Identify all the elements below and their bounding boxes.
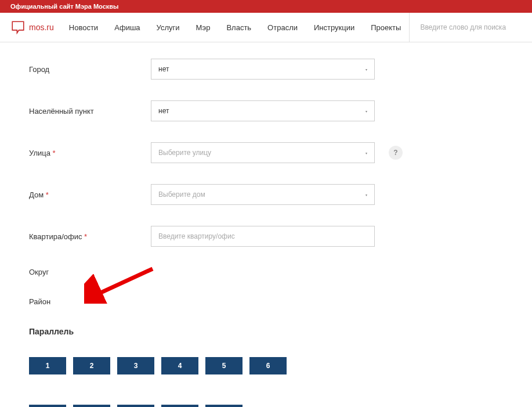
- parallel-btn-5[interactable]: 5: [205, 357, 243, 374]
- nav-items: Новости Афиша Услуги Мэр Власть Отрасли …: [61, 23, 410, 32]
- label-street: Улица *: [29, 149, 151, 157]
- input-apartment[interactable]: [158, 232, 367, 240]
- street-placeholder: Выберите улицу: [158, 149, 211, 157]
- nav-item-industries[interactable]: Отрасли: [259, 23, 306, 32]
- label-street-text: Улица: [29, 149, 50, 157]
- top-bar-text: Официальный сайт Мэра Москвы: [10, 3, 118, 10]
- house-placeholder: Выберите дом: [158, 190, 205, 199]
- search-input[interactable]: [420, 23, 522, 31]
- help-icon[interactable]: ?: [389, 146, 403, 160]
- nav-item-afisha[interactable]: Афиша: [106, 23, 148, 32]
- settlement-value: нет: [158, 107, 169, 115]
- label-okrug: Округ: [29, 268, 151, 276]
- label-house: Дом *: [29, 190, 151, 199]
- select-house[interactable]: Выберите дом ▾: [151, 184, 375, 205]
- parallel-btn-4[interactable]: 4: [161, 357, 198, 374]
- parallel-btn-3[interactable]: 3: [117, 357, 154, 374]
- chevron-down-icon: ▾: [365, 109, 367, 113]
- nav-item-news[interactable]: Новости: [61, 23, 106, 32]
- form-row-house: Дом * Выберите дом ▾: [29, 184, 532, 205]
- parallel-btn-10[interactable]: 10: [161, 405, 198, 407]
- chevron-down-icon: ▾: [365, 151, 367, 155]
- select-city[interactable]: нет ▾: [151, 59, 375, 80]
- parallel-btn-1[interactable]: 1: [29, 357, 66, 374]
- label-district: Район: [29, 297, 151, 306]
- form-row-okrug: Округ: [29, 268, 532, 276]
- top-bar: Официальный сайт Мэра Москвы: [0, 0, 532, 13]
- form-row-street: Улица * Выберите улицу ▾ ?: [29, 142, 532, 163]
- nav-item-projects[interactable]: Проекты: [363, 23, 409, 32]
- nav-item-instructions[interactable]: Инструкции: [306, 23, 363, 32]
- form-row-apartment: Квартира/офис *: [29, 226, 532, 247]
- parallel-btn-6[interactable]: 6: [249, 357, 287, 374]
- search-box[interactable]: [409, 13, 532, 42]
- form-row-district: Район: [29, 297, 532, 306]
- parallel-btn-8[interactable]: 8: [73, 405, 110, 407]
- parallel-btn-9[interactable]: 9: [117, 405, 154, 407]
- nav-item-government[interactable]: Власть: [218, 23, 259, 32]
- parallel-btn-11[interactable]: 11: [205, 405, 243, 407]
- label-house-text: Дом: [29, 190, 44, 199]
- content-area: Город нет ▾ Населённый пункт нет ▾ Улица…: [0, 42, 532, 407]
- parallel-title: Параллель: [29, 327, 532, 336]
- input-apartment-wrapper[interactable]: [151, 226, 375, 247]
- parallel-btn-2[interactable]: 2: [73, 357, 110, 374]
- city-value: нет: [158, 65, 169, 73]
- required-mark: *: [53, 149, 56, 157]
- parallel-btn-7[interactable]: 7: [29, 405, 66, 407]
- required-mark: *: [46, 190, 49, 199]
- logo[interactable]: mos.ru: [0, 20, 61, 35]
- chevron-down-icon: ▾: [365, 67, 367, 71]
- form-row-settlement: Населённый пункт нет ▾: [29, 100, 532, 121]
- form-row-city: Город нет ▾: [29, 59, 532, 80]
- label-apartment: Квартира/офис *: [29, 232, 151, 241]
- select-settlement[interactable]: нет ▾: [151, 100, 375, 121]
- logo-icon: [10, 20, 26, 35]
- nav-bar: mos.ru Новости Афиша Услуги Мэр Власть О…: [0, 13, 532, 42]
- chevron-down-icon: ▾: [365, 193, 367, 197]
- label-settlement: Населённый пункт: [29, 107, 151, 116]
- logo-text: mos.ru: [29, 23, 54, 32]
- nav-item-services[interactable]: Услуги: [149, 23, 188, 32]
- label-city: Город: [29, 65, 151, 74]
- nav-item-mayor[interactable]: Мэр: [188, 23, 219, 32]
- label-apartment-text: Квартира/офис: [29, 232, 82, 241]
- required-mark: *: [84, 232, 87, 241]
- parallel-row-1: 1 2 3 4 5 6: [29, 357, 532, 374]
- parallel-row-2: 7 8 9 10 11: [29, 405, 532, 407]
- select-street[interactable]: Выберите улицу ▾: [151, 142, 375, 163]
